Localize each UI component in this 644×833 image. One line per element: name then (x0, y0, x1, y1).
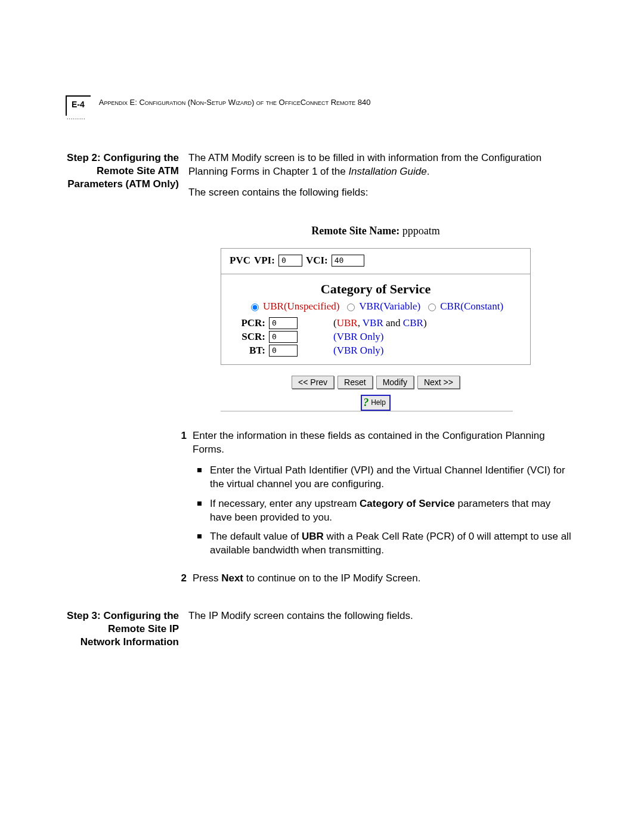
radio-cbr-label[interactable]: CBR(Constant) (425, 301, 503, 312)
scr-input[interactable] (269, 331, 298, 343)
bt-note: (VBR Only) (333, 345, 384, 357)
page-header: E-4 ......... Appendix E: Configuration … (66, 95, 572, 116)
pcr-note: (UBR, VBR and CBR) (333, 317, 427, 329)
step3-para1: The IP Modify screen contains the follow… (188, 609, 572, 623)
header-dots: ......... (67, 114, 86, 120)
bullet-1: Enter the Virtual Path Identifier (VPI) … (193, 464, 572, 491)
vci-label: VCI: (306, 255, 328, 267)
help-row: ? Help (179, 395, 572, 411)
radio-cbr[interactable] (428, 304, 436, 311)
reset-button[interactable]: Reset (338, 376, 373, 389)
cos-title: Category of Service (230, 281, 522, 297)
instruction-list: 1 Enter the information in these fields … (170, 429, 572, 586)
scr-label: SCR: (230, 331, 265, 343)
radio-vbr-label[interactable]: VBR(Variable) (344, 301, 420, 312)
running-header-text: Appendix E: Configuration (Non-Setup Wiz… (99, 95, 371, 107)
vpi-label: VPI: (254, 255, 275, 267)
cos-radio-row: UBR(Unspecified) VBR(Variable) CBR(Const… (230, 301, 522, 312)
bullet-2: If necessary, enter any upstream Categor… (193, 497, 572, 525)
radio-ubr[interactable] (251, 304, 259, 311)
figure-bottom-rule (221, 411, 513, 411)
remote-site-name-line: Remote Site Name: pppoatm (179, 225, 572, 237)
step3-body: The IP Modify screen contains the follow… (188, 609, 572, 630)
pcr-label: PCR: (230, 317, 265, 329)
form-buttons: << Prev Reset Modify Next >> (179, 376, 572, 389)
step2-para1: The ATM Modify screen is to be filled in… (188, 151, 572, 179)
atm-modify-figure: Remote Site Name: pppoatm PVC VPI: VCI: … (179, 225, 572, 411)
step2-heading: Step 2: Configuring the Remote Site ATM … (66, 151, 188, 191)
pcr-row: PCR: (UBR, VBR and CBR) (230, 317, 522, 329)
vci-input[interactable] (332, 255, 364, 267)
vpi-input[interactable] (278, 255, 302, 267)
pcr-input[interactable] (269, 317, 298, 329)
radio-vbr[interactable] (347, 304, 355, 311)
step2-body: The ATM Modify screen is to be filled in… (188, 151, 572, 207)
radio-ubr-label[interactable]: UBR(Unspecified) (248, 301, 339, 312)
help-label: Help (371, 398, 386, 407)
bt-label: BT: (230, 345, 265, 357)
help-icon: ? (363, 397, 369, 409)
form-box: PVC VPI: VCI: Category of Service UBR(Un… (221, 248, 531, 365)
bullet-3: The default value of UBR with a Peak Cel… (193, 530, 572, 558)
instruction-1-bullets: Enter the Virtual Path Identifier (VPI) … (193, 464, 572, 558)
instruction-2: 2 Press Next to continue on to the IP Mo… (170, 572, 572, 586)
prev-button[interactable]: << Prev (292, 376, 334, 389)
pvc-label: PVC (230, 255, 250, 267)
modify-button[interactable]: Modify (376, 376, 414, 389)
page-number-box: E-4 ......... (66, 95, 91, 116)
step3-heading: Step 3: Configuring the Remote Site IP N… (66, 609, 188, 649)
instruction-1: 1 Enter the information in these fields … (170, 429, 572, 564)
pvc-row: PVC VPI: VCI: (230, 255, 522, 267)
page-number: E-4 (72, 100, 85, 109)
scr-row: SCR: (VBR Only) (230, 331, 522, 343)
step2-para2: The screen contains the following fields… (188, 186, 572, 200)
help-button[interactable]: ? Help (361, 395, 391, 411)
bt-row: BT: (VBR Only) (230, 345, 522, 357)
param-table: PCR: (UBR, VBR and CBR) SCR: (VBR Only) … (230, 317, 522, 357)
scr-note: (VBR Only) (333, 331, 384, 343)
bt-input[interactable] (269, 345, 298, 357)
next-button[interactable]: Next >> (417, 376, 460, 389)
form-separator (221, 274, 530, 274)
